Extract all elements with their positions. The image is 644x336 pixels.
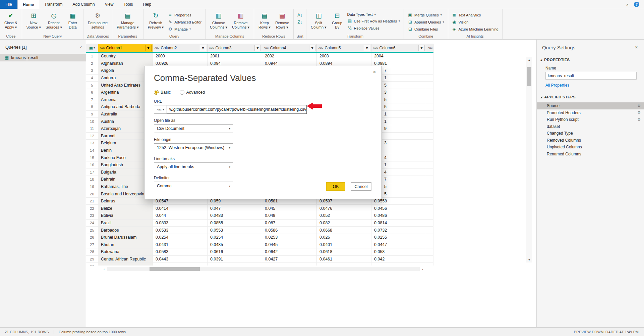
new-source-button[interactable]: ⊞New Source ▾: [25, 11, 43, 31]
applied-step-unpivoted-columns[interactable]: Unpivoted Columns: [537, 144, 644, 151]
scroll-left-icon[interactable]: ‹: [102, 267, 107, 271]
tab-view[interactable]: View: [100, 0, 119, 9]
scroll-up-icon[interactable]: ▴: [528, 57, 530, 62]
help-icon[interactable]: ?: [634, 2, 639, 7]
column-header-column6[interactable]: ABCColumn6▾: [371, 44, 426, 52]
row-number[interactable]: 12: [86, 133, 98, 140]
row-number[interactable]: 3: [86, 67, 98, 75]
vision-button[interactable]: ◉Vision: [451, 19, 500, 25]
horizontal-scroll-track[interactable]: [107, 267, 420, 271]
remove-rows-button[interactable]: ▤Remove Rows ▾: [274, 11, 291, 31]
filter-icon[interactable]: ▾: [418, 45, 425, 51]
column-header-column2[interactable]: ABCColumn2▾: [153, 44, 208, 52]
split-column-button[interactable]: ◫Split Column ▾: [309, 11, 328, 31]
tab-tools[interactable]: Tools: [118, 0, 138, 9]
merge-queries-button[interactable]: ▣Merge Queries▾: [407, 12, 445, 18]
vertical-scrollbar[interactable]: ▴ ▾: [526, 57, 532, 262]
row-number[interactable]: 24: [86, 220, 98, 227]
row-number[interactable]: 4: [86, 75, 98, 82]
column-header-column5[interactable]: ABCColumn5▾: [317, 44, 371, 52]
row-number[interactable]: 7: [86, 96, 98, 104]
data-type-button[interactable]: Data Type: Text▾: [346, 12, 401, 17]
use-first-row-as-headers-button[interactable]: ▤Use First Row as Headers▾: [346, 18, 401, 24]
manage-parameters-button[interactable]: ▤Manage Parameters ▾: [115, 11, 140, 31]
row-number[interactable]: 22: [86, 205, 98, 212]
row-number[interactable]: 10: [86, 118, 98, 125]
row-number[interactable]: 20: [86, 190, 98, 198]
enter-data-button[interactable]: ▦Enter Data: [65, 11, 80, 31]
scroll-right-icon[interactable]: ›: [420, 267, 425, 271]
refresh-preview-button[interactable]: ↻Refresh Preview ▾: [146, 11, 166, 31]
column-header-partial[interactable]: ABC: [426, 44, 433, 52]
grid-corner-cell[interactable]: ▦▾: [86, 44, 98, 52]
row-number[interactable]: 21: [86, 198, 98, 205]
sort-ascending-button[interactable]: A↓: [296, 12, 303, 18]
horizontal-scroll-thumb[interactable]: [150, 267, 200, 271]
tab-add-column[interactable]: Add Column: [68, 0, 100, 9]
row-number[interactable]: 18: [86, 176, 98, 183]
remove-columns-button[interactable]: ▥Remove Columns ▾: [230, 11, 251, 31]
gear-icon[interactable]: ⚙: [637, 104, 641, 108]
row-number[interactable]: 26: [86, 234, 98, 241]
applied-step-source[interactable]: Source⚙: [537, 102, 644, 109]
tab-help[interactable]: Help: [138, 0, 156, 9]
applied-steps-section-header[interactable]: ◢ APPLIED STEPS: [540, 95, 644, 99]
tab-transform[interactable]: Transform: [39, 0, 67, 9]
manage-button[interactable]: ⚙Manage▾: [167, 26, 202, 32]
gear-icon[interactable]: ⚙: [637, 117, 641, 122]
filter-icon[interactable]: ▾: [145, 45, 152, 51]
collapse-ribbon-icon[interactable]: ∧: [626, 3, 629, 6]
append-queries-button[interactable]: ⊞Append Queries▾: [407, 19, 445, 25]
column-header-column1[interactable]: ABCColumn1▾: [98, 44, 153, 52]
filter-icon[interactable]: ▾: [364, 45, 370, 51]
filter-icon[interactable]: ▾: [200, 45, 206, 51]
dropdown-file-origin[interactable]: 1252: Western European (Windows)▾: [154, 143, 233, 152]
row-number[interactable]: 16: [86, 161, 98, 169]
row-number[interactable]: 9: [86, 111, 98, 118]
replace-values-button[interactable]: ½Replace Values: [346, 25, 401, 31]
azure-machine-learning-button[interactable]: ◈Azure Machine Learning: [451, 26, 500, 32]
row-number[interactable]: 23: [86, 212, 98, 220]
ok-button[interactable]: OK: [326, 182, 345, 191]
row-number[interactable]: 15: [86, 154, 98, 161]
row-number[interactable]: 1: [86, 53, 98, 60]
horizontal-scrollbar[interactable]: ‹ ›: [102, 267, 425, 272]
combine-files-button[interactable]: ⊟Combine Files: [407, 26, 445, 32]
dialog-close-icon[interactable]: ×: [373, 69, 376, 76]
recent-sources-button[interactable]: ◷Recent Sources ▾: [44, 11, 64, 31]
query-name-input[interactable]: kmeans_result: [545, 72, 637, 80]
dropdown-open-file-as[interactable]: Csv Document▾: [154, 124, 233, 133]
row-number[interactable]: 2: [86, 60, 98, 67]
row-number[interactable]: 6: [86, 89, 98, 96]
applied-step-promoted-headers[interactable]: Promoted Headers⚙: [537, 109, 644, 116]
applied-step-dataset[interactable]: dataset: [537, 123, 644, 130]
row-number[interactable]: 14: [86, 147, 98, 154]
row-number[interactable]: 11: [86, 125, 98, 133]
all-properties-link[interactable]: All Properties: [545, 83, 644, 88]
vertical-scroll-track[interactable]: [526, 62, 532, 257]
cancel-button[interactable]: Cancel: [351, 182, 371, 191]
vertical-scroll-thumb[interactable]: [527, 67, 531, 86]
scroll-down-icon[interactable]: ▾: [528, 257, 530, 262]
sort-descending-button[interactable]: Z↓: [296, 19, 303, 25]
row-number[interactable]: 28: [86, 248, 98, 256]
query-item-kmeans-result[interactable]: ▦kmeans_result: [0, 54, 86, 61]
applied-step-renamed-columns[interactable]: Renamed Columns: [537, 151, 644, 158]
data-source-settings-button[interactable]: ⚙Data source settings: [86, 11, 109, 31]
row-number[interactable]: 29: [86, 256, 98, 263]
properties-section-header[interactable]: ◢ PROPERTIES: [540, 58, 644, 62]
text-analytics-button[interactable]: ≣Text Analytics: [451, 12, 500, 18]
gear-icon[interactable]: ⚙: [637, 110, 641, 115]
radio-basic[interactable]: Basic: [154, 90, 171, 95]
url-input[interactable]: w.githubusercontent.com/pycaret/powerbi-…: [167, 105, 307, 114]
row-number[interactable]: 17: [86, 169, 98, 176]
applied-step-removed-columns[interactable]: Removed Columns: [537, 137, 644, 144]
advanced-editor-button[interactable]: ✎Advanced Editor: [167, 19, 202, 25]
radio-advanced[interactable]: Advanced: [180, 90, 205, 95]
row-number[interactable]: 13: [86, 140, 98, 147]
applied-step-changed-type[interactable]: Changed Type: [537, 130, 644, 137]
queries-collapse-icon[interactable]: ‹: [80, 44, 82, 50]
tab-home[interactable]: Home: [17, 0, 39, 9]
group-by-button[interactable]: ⊟Group By: [330, 11, 345, 31]
column-header-column4[interactable]: ABCColumn4▾: [262, 44, 317, 52]
